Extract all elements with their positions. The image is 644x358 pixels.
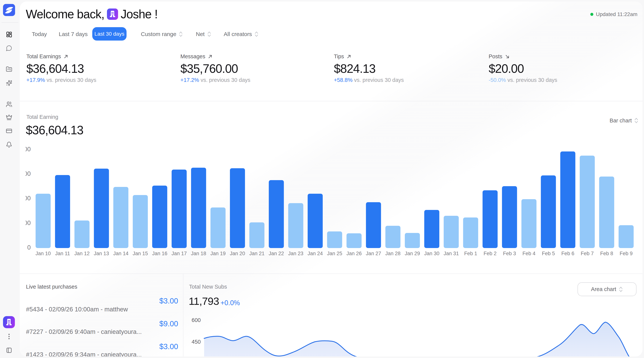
svg-text:Jan 28: Jan 28 <box>385 251 400 256</box>
svg-text:Feb 8: Feb 8 <box>600 251 613 256</box>
svg-text:Feb 4: Feb 4 <box>522 251 535 256</box>
svg-text:Jan 17: Jan 17 <box>172 251 187 256</box>
svg-text:Jan 14: Jan 14 <box>113 251 128 256</box>
svg-text:Jan 24: Jan 24 <box>308 251 323 256</box>
svg-text:Feb 1: Feb 1 <box>464 251 477 256</box>
svg-text:Jan 18: Jan 18 <box>191 251 206 256</box>
svg-text:Jan 20: Jan 20 <box>230 251 245 256</box>
svg-text:Feb 3: Feb 3 <box>503 251 516 256</box>
svg-text:Jan 27: Jan 27 <box>366 251 381 256</box>
svg-text:Jan 11: Jan 11 <box>55 251 70 256</box>
svg-text:Feb 7: Feb 7 <box>581 251 594 256</box>
svg-text:Jan 15: Jan 15 <box>132 251 148 256</box>
svg-text:Feb 6: Feb 6 <box>561 251 574 256</box>
svg-text:Feb 2: Feb 2 <box>484 251 496 256</box>
svg-text:Jan 26: Jan 26 <box>346 251 362 256</box>
svg-text:Jan 30: Jan 30 <box>424 251 439 256</box>
svg-text:Jan 19: Jan 19 <box>210 251 226 256</box>
svg-text:Jan 31: Jan 31 <box>444 251 459 256</box>
svg-text:Jan 22: Jan 22 <box>269 251 284 256</box>
svg-text:Jan 10: Jan 10 <box>36 251 51 256</box>
svg-text:Jan 13: Jan 13 <box>94 251 109 256</box>
svg-text:Jan 23: Jan 23 <box>288 251 303 256</box>
svg-text:0: 0 <box>27 244 31 251</box>
svg-text:Feb 5: Feb 5 <box>542 251 555 256</box>
svg-text:Feb 9: Feb 9 <box>620 251 632 256</box>
svg-text:Jan 25: Jan 25 <box>327 251 342 256</box>
svg-text:Jan 12: Jan 12 <box>74 251 90 256</box>
svg-text:Jan 29: Jan 29 <box>405 251 420 256</box>
svg-text:Jan 21: Jan 21 <box>249 251 264 256</box>
svg-text:Jan 16: Jan 16 <box>152 251 168 256</box>
